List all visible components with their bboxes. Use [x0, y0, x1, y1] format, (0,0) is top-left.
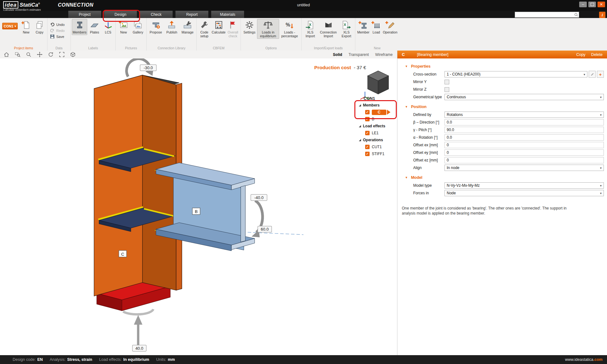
checkbox-le1[interactable]: ✓	[365, 131, 370, 135]
defined-by-select[interactable]: Rotations▾	[445, 112, 604, 118]
geometrical-type-select[interactable]: Continuous▾	[445, 94, 604, 100]
mirror-y-checkbox[interactable]	[445, 80, 449, 84]
minimize-button[interactable]: –	[579, 2, 587, 7]
section-model[interactable]: ▼ Model	[397, 173, 607, 182]
collapse-triangle-icon[interactable]	[359, 139, 361, 141]
checkbox-member-b[interactable]: ✓	[365, 117, 370, 121]
new-project-item-button[interactable]: New	[20, 19, 33, 35]
undo-button[interactable]: Undo	[48, 21, 66, 27]
pencil-icon	[590, 72, 594, 76]
lcs-labels-button[interactable]: LCS	[102, 19, 114, 35]
zoom-fit-icon[interactable]	[58, 52, 65, 58]
gamma-pitch-input[interactable]: 90.0	[445, 127, 604, 133]
3d-scene[interactable]: -30.0 -40.0 60.0 40.0 B	[0, 58, 397, 355]
render-mode-wireframe[interactable]: Wireframe	[375, 52, 393, 57]
loads-percentage-button[interactable]: % Loads - percentage	[279, 19, 300, 39]
members-labels-button[interactable]: Members	[72, 19, 87, 35]
pan-icon[interactable]	[36, 52, 43, 58]
add-cross-section-button[interactable]: +	[597, 71, 604, 78]
xls-export-button[interactable]: X XLS Export	[339, 19, 354, 39]
plates-labels-button[interactable]: Plates	[87, 19, 102, 35]
tab-design[interactable]: Design	[104, 11, 137, 18]
units-value: mm	[168, 357, 175, 362]
home-view-icon[interactable]	[3, 52, 10, 58]
tree-item-cut1[interactable]: CUT1	[372, 145, 382, 149]
zoom-icon[interactable]	[25, 52, 32, 58]
tree-root-con1[interactable]: CON1	[364, 96, 375, 101]
tab-materials[interactable]: Materials	[211, 11, 244, 18]
collapse-triangle-icon[interactable]	[359, 125, 361, 127]
mirror-z-checkbox[interactable]	[445, 87, 449, 92]
search-input[interactable]	[515, 13, 574, 17]
tree-item-le1[interactable]: LE1	[372, 131, 378, 135]
align-select[interactable]: In node▾	[445, 165, 604, 171]
svg-text:X: X	[309, 23, 312, 27]
tree-item-member-c[interactable]: C	[372, 110, 386, 115]
rotate-view-icon[interactable]	[47, 52, 54, 58]
copy-project-item-button[interactable]: Copy	[33, 19, 46, 35]
tab-check[interactable]: Check	[140, 11, 173, 18]
tree-item-member-b[interactable]: B	[372, 117, 374, 121]
beta-direction-input[interactable]: 0.0	[445, 119, 604, 125]
publish-button[interactable]: Publish	[164, 19, 180, 35]
perspective-cube-icon[interactable]	[69, 52, 77, 58]
checkbox-stiff1[interactable]: ✓	[365, 152, 370, 156]
save-button[interactable]: Save	[48, 33, 66, 39]
tab-report[interactable]: Report	[175, 11, 208, 18]
offset-ex-input[interactable]: 0	[445, 142, 604, 148]
delete-member-button[interactable]: Delete	[591, 52, 603, 57]
render-mode-transparent[interactable]: Transparent	[348, 52, 369, 57]
copy-member-button[interactable]: Copy	[576, 52, 586, 57]
load-effects-label: Load effects:	[99, 357, 122, 362]
propose-button[interactable]: Propose	[148, 19, 164, 35]
section-properties[interactable]: ▼ Properties	[397, 62, 607, 70]
project-item-selector[interactable]: CON1▾	[2, 23, 18, 29]
edit-cross-section-button[interactable]	[589, 71, 596, 78]
section-position[interactable]: ▼ Position	[397, 103, 607, 111]
model-type-select[interactable]: N-Vy-Vz-Mx-My-Mz▾	[445, 182, 604, 189]
close-button[interactable]: ✕	[598, 2, 605, 7]
defined-by-label: Defined by	[397, 112, 445, 117]
checkbox-cut1[interactable]: ✓	[365, 145, 370, 149]
redo-button[interactable]: Redo	[48, 27, 66, 33]
calculate-button[interactable]: Calculate	[211, 19, 226, 35]
offset-ey-input[interactable]: 0	[445, 149, 604, 156]
overall-check-button[interactable]: Overall check	[226, 19, 240, 39]
settings-button[interactable]: Settings	[242, 19, 257, 35]
collapse-triangle-icon[interactable]	[359, 104, 361, 106]
info-button[interactable]: i	[599, 12, 605, 18]
search-icon[interactable]	[574, 13, 578, 17]
connection-import-button[interactable]: Connection Import	[318, 19, 339, 39]
tree-group-operations[interactable]: Operations	[363, 138, 383, 142]
zoom-window-icon[interactable]	[14, 52, 21, 58]
forces-in-select[interactable]: Node▾	[445, 190, 604, 196]
code-setup-button[interactable]: Code setup	[198, 19, 211, 39]
alpha-rotation-input[interactable]: 0.0	[445, 134, 604, 141]
new-operation-button[interactable]: Operation	[382, 19, 398, 35]
row-alpha-rotation: α - Rotation [°] 0.0	[397, 134, 607, 141]
abacus-icon	[214, 20, 224, 30]
gallery-button[interactable]: Gallery	[131, 19, 145, 35]
new-member-button[interactable]: Member	[356, 19, 370, 35]
website-link[interactable]: www.ideastatica.com	[565, 357, 603, 362]
tab-project[interactable]: Project	[68, 11, 101, 18]
column-member-c[interactable]	[94, 75, 182, 296]
units-label: Units:	[156, 357, 166, 362]
tree-item-stiff1[interactable]: STIFF1	[372, 152, 384, 156]
ribbon-group-label: Pictures	[116, 46, 146, 50]
manage-button[interactable]: Manage	[180, 19, 195, 35]
tree-group-load-effects[interactable]: Load effects	[363, 124, 385, 128]
row-offset-ex: Offset ex [mm] 0	[397, 141, 607, 149]
cross-section-select[interactable]: 1 - CON1 (HEA200)▾	[445, 71, 587, 77]
offset-ez-input[interactable]: 0	[445, 157, 604, 163]
check-icon: ✓	[366, 131, 369, 135]
xls-import-button[interactable]: X XLS Import	[303, 19, 318, 39]
loads-in-equilibrium-button[interactable]: Loads in equilibrium	[257, 19, 279, 39]
tree-group-members[interactable]: Members	[363, 103, 380, 107]
chevron-down-icon: ▾	[600, 166, 602, 170]
maximize-button[interactable]	[588, 2, 596, 7]
render-mode-solid[interactable]: Solid	[333, 52, 342, 57]
checkbox-member-c[interactable]: ✓	[365, 110, 370, 114]
new-load-button[interactable]: Load	[370, 19, 382, 35]
new-picture-button[interactable]: New	[117, 19, 131, 35]
